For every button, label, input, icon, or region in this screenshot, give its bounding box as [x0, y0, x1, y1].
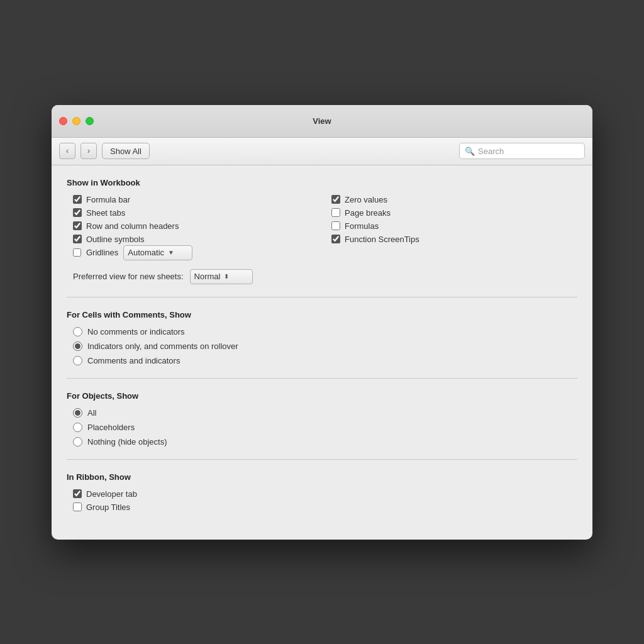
dropdown-arrow-icon-2: ⬍: [224, 273, 229, 280]
gridlines-dropdown-value: Automatic: [128, 248, 164, 257]
preferred-view-row: Preferred view for new sheets: Normal ⬍: [67, 269, 577, 284]
section-workbook-title: Show in Workbook: [67, 178, 577, 187]
titlebar: View: [52, 105, 592, 138]
checkbox-zero-values[interactable]: Zero values: [331, 195, 577, 204]
toolbar: ‹ › Show All 🔍 Search: [52, 138, 592, 165]
checkbox-formulas[interactable]: Formulas: [331, 221, 577, 231]
section-comments: For Cells with Comments, Show No comment…: [67, 310, 577, 365]
preferred-view-label: Preferred view for new sheets:: [73, 272, 184, 281]
section-comments-title: For Cells with Comments, Show: [67, 310, 577, 319]
search-placeholder: Search: [478, 147, 504, 156]
forward-button[interactable]: ›: [80, 143, 97, 159]
section-ribbon-title: In Ribbon, Show: [67, 472, 577, 482]
minimize-button[interactable]: [72, 117, 80, 125]
search-field[interactable]: 🔍 Search: [459, 143, 585, 159]
checkbox-sheet-tabs[interactable]: Sheet tabs: [73, 208, 319, 218]
section-objects: For Objects, Show All Placeholders Nothi…: [67, 391, 577, 447]
preferred-view-dropdown[interactable]: Normal ⬍: [190, 269, 253, 284]
checkbox-function-screentips[interactable]: Function ScreenTips: [331, 235, 577, 244]
window-title: View: [313, 116, 331, 126]
back-button[interactable]: ‹: [59, 143, 75, 159]
checkbox-outline-symbols[interactable]: Outline symbols: [73, 235, 319, 244]
section-objects-title: For Objects, Show: [67, 391, 577, 401]
checkbox-gridlines[interactable]: [73, 248, 81, 257]
checkbox-row-col-headers[interactable]: Row and column headers: [73, 221, 319, 231]
gridlines-dropdown[interactable]: Automatic ▼: [123, 245, 192, 260]
objects-radio-group: All Placeholders Nothing (hide objects): [67, 408, 577, 447]
checkbox-formula-bar[interactable]: Formula bar: [73, 195, 319, 204]
radio-comments-indicators[interactable]: Comments and indicators: [73, 356, 577, 365]
preferred-view-value: Normal: [194, 272, 221, 281]
radio-all-objects[interactable]: All: [73, 408, 577, 418]
section-workbook: Show in Workbook Formula bar Zero values…: [67, 178, 577, 284]
radio-placeholders[interactable]: Placeholders: [73, 423, 577, 432]
workbook-checkboxes: Formula bar Zero values Sheet tabs Page …: [67, 195, 577, 244]
checkbox-page-breaks[interactable]: Page breaks: [331, 208, 577, 218]
window-controls: [59, 117, 94, 125]
gridlines-row: Gridlines Automatic ▼: [67, 245, 577, 260]
radio-nothing[interactable]: Nothing (hide objects): [73, 437, 577, 447]
radio-no-comments[interactable]: No comments or indicators: [73, 327, 577, 336]
search-icon: 🔍: [465, 147, 475, 156]
divider-1: [67, 297, 577, 297]
radio-indicators-only[interactable]: Indicators only, and comments on rollove…: [73, 341, 577, 351]
section-ribbon: In Ribbon, Show Developer tab Group Titl…: [67, 472, 577, 512]
checkbox-developer-tab[interactable]: Developer tab: [73, 489, 577, 499]
divider-3: [67, 459, 577, 460]
maximize-button[interactable]: [86, 117, 94, 125]
divider-2: [67, 378, 577, 379]
close-button[interactable]: [59, 117, 67, 125]
dropdown-arrow-icon: ▼: [168, 249, 174, 256]
preferences-window: View ‹ › Show All 🔍 Search Show in Workb…: [52, 105, 592, 540]
comments-radio-group: No comments or indicators Indicators onl…: [67, 327, 577, 365]
show-all-button[interactable]: Show All: [102, 143, 150, 159]
ribbon-checkboxes: Developer tab Group Titles: [67, 489, 577, 512]
checkbox-group-titles[interactable]: Group Titles: [73, 502, 577, 512]
content-area: Show in Workbook Formula bar Zero values…: [52, 165, 592, 540]
